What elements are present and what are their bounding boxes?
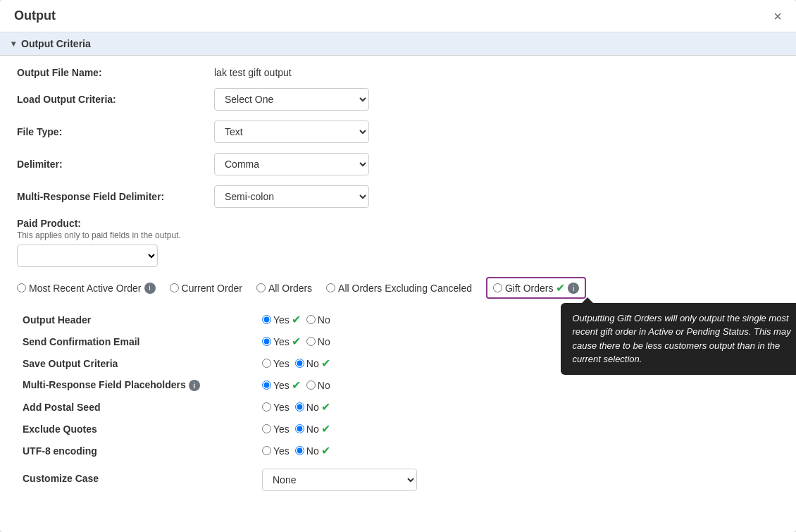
section-header[interactable]: ▾ Output Criteria	[0, 32, 796, 56]
modal-title: Output	[14, 8, 56, 23]
paid-product-label: Paid Product:	[17, 218, 779, 229]
send-confirmation-label: Send Confirmation Email	[17, 330, 256, 352]
delimiter-label: Delimiter:	[17, 159, 214, 170]
add-postal-seed-yesno: Yes No ✔	[256, 396, 779, 418]
gift-orders-check-icon: ✔	[556, 281, 565, 295]
load-output-criteria-select[interactable]: Select One	[214, 88, 369, 111]
utf8-no-label[interactable]: No ✔	[295, 444, 330, 457]
section-toggle-icon: ▾	[11, 39, 15, 49]
multi-response-select[interactable]: Semi-colon Comma Pipe	[214, 185, 369, 208]
delimiter-select[interactable]: Comma Tab Pipe	[214, 153, 369, 175]
paid-product-select-row	[17, 245, 779, 267]
eq-no-check: ✔	[321, 422, 330, 435]
customize-case-select-cell: None Upper Lower Title	[256, 462, 779, 495]
radio-most-recent: Most Recent Active Order i	[17, 283, 156, 294]
all-exc-canceled-label: All Orders Excluding Canceled	[338, 283, 472, 294]
multi-response-label: Multi-Response Field Delimiter:	[17, 191, 214, 202]
all-orders-radio[interactable]	[256, 283, 266, 292]
exclude-quotes-label: Exclude Quotes	[17, 418, 256, 440]
gift-orders-info-tooltip: i Outputting Gift Orders will only outpu…	[568, 282, 579, 295]
aps-no-check: ✔	[321, 400, 330, 414]
utf8-yes-label[interactable]: Yes	[262, 445, 290, 457]
radio-all-orders: All Orders	[256, 283, 312, 294]
file-type-label: File Type:	[17, 126, 214, 137]
eq-no-radio[interactable]	[295, 424, 304, 433]
current-order-label: Current Order	[182, 283, 242, 294]
radio-options-row: Most Recent Active Order i Current Order…	[17, 277, 779, 299]
mrp-yes-radio[interactable]	[262, 381, 271, 390]
section-title: Output Criteria	[21, 38, 91, 49]
table-row: Multi-Response Field Placeholders i Yes …	[17, 374, 779, 396]
eq-no-label[interactable]: No ✔	[295, 422, 330, 435]
multi-response-placeholders-label: Multi-Response Field Placeholders i	[17, 374, 256, 396]
radio-current-order: Current Order	[170, 283, 242, 294]
table-row: Add Postal Seed Yes No ✔	[17, 396, 779, 418]
output-header-no-label[interactable]: No	[306, 314, 330, 326]
table-row: Customize Case None Upper Lower Title	[17, 462, 779, 495]
output-modal: Output × ▾ Output Criteria Output File N…	[0, 0, 796, 532]
send-conf-no-label[interactable]: No	[306, 336, 330, 347]
paid-product-hint: This applies only to paid fields in the …	[17, 230, 779, 240]
most-recent-radio[interactable]	[17, 283, 26, 292]
most-recent-info-icon[interactable]: i	[144, 283, 156, 294]
utf8-encoding-label: UTF-8 encoding	[17, 440, 256, 462]
aps-yes-radio[interactable]	[262, 402, 271, 412]
table-row: Exclude Quotes Yes No ✔	[17, 418, 779, 440]
gift-orders-radio[interactable]	[493, 283, 502, 292]
send-conf-yes-radio[interactable]	[262, 337, 271, 346]
save-output-yes-radio[interactable]	[262, 359, 271, 368]
save-output-no-radio[interactable]	[295, 359, 304, 368]
eq-yes-radio[interactable]	[262, 424, 271, 433]
multi-response-placeholders-info-icon[interactable]: i	[189, 380, 200, 391]
utf8-no-radio[interactable]	[295, 446, 304, 455]
delimiter-row: Delimiter: Comma Tab Pipe	[17, 153, 779, 175]
paid-product-select[interactable]	[17, 245, 158, 267]
exclude-quotes-yesno: Yes No ✔	[256, 418, 779, 440]
gift-orders-info-icon[interactable]: i	[568, 283, 579, 294]
paid-product-section: Paid Product: This applies only to paid …	[17, 218, 779, 267]
output-file-name-value: lak test gift output	[214, 67, 292, 78]
eq-yes-label[interactable]: Yes	[262, 423, 290, 435]
save-output-yes-label[interactable]: Yes	[262, 358, 290, 369]
most-recent-label: Most Recent Active Order	[29, 283, 142, 294]
load-output-criteria-label: Load Output Criteria:	[17, 94, 214, 105]
load-output-criteria-row: Load Output Criteria: Select One	[17, 88, 779, 111]
radio-all-exc-canceled: All Orders Excluding Canceled	[326, 283, 472, 294]
close-button[interactable]: ×	[773, 9, 782, 23]
current-order-radio[interactable]	[170, 283, 179, 292]
send-conf-yes-check: ✔	[292, 335, 301, 348]
customize-case-label: Customize Case	[17, 462, 256, 495]
utf8-encoding-yesno: Yes No ✔	[256, 440, 779, 462]
send-conf-yes-label[interactable]: Yes ✔	[262, 335, 301, 348]
output-file-name-row: Output File Name: lak test gift output	[17, 67, 779, 78]
customize-case-select[interactable]: None Upper Lower Title	[262, 469, 417, 491]
mrp-yes-check: ✔	[292, 378, 301, 392]
mrp-no-label[interactable]: No	[306, 380, 330, 391]
file-type-row: File Type: Text CSV Excel	[17, 120, 779, 143]
multi-response-row: Multi-Response Field Delimiter: Semi-col…	[17, 185, 779, 208]
output-header-yes-label[interactable]: Yes ✔	[262, 313, 301, 326]
form-body: Output File Name: lak test gift output L…	[0, 56, 796, 507]
save-output-no-check: ✔	[321, 357, 330, 370]
utf8-no-check: ✔	[321, 444, 330, 457]
send-conf-no-radio[interactable]	[306, 337, 316, 346]
utf8-yes-radio[interactable]	[262, 446, 271, 455]
gift-orders-label: Gift Orders	[505, 283, 553, 294]
modal-header: Output ×	[0, 0, 796, 32]
output-header-label: Output Header	[17, 309, 256, 330]
save-output-no-label[interactable]: No ✔	[295, 357, 330, 370]
multi-response-placeholders-yesno: Yes ✔ No	[256, 374, 779, 396]
output-header-yes-radio[interactable]	[262, 315, 271, 324]
output-file-name-label: Output File Name:	[17, 67, 214, 78]
mrp-yes-label[interactable]: Yes ✔	[262, 378, 301, 392]
aps-yes-label[interactable]: Yes	[262, 402, 290, 413]
mrp-no-radio[interactable]	[306, 381, 316, 390]
output-header-yes-check: ✔	[292, 313, 301, 326]
all-exc-canceled-radio[interactable]	[326, 283, 335, 292]
add-postal-seed-label: Add Postal Seed	[17, 396, 256, 418]
file-type-select[interactable]: Text CSV Excel	[214, 120, 369, 143]
aps-no-label[interactable]: No ✔	[295, 400, 330, 414]
output-header-no-radio[interactable]	[306, 315, 316, 324]
save-output-label: Save Output Criteria	[17, 352, 256, 374]
aps-no-radio[interactable]	[295, 402, 304, 412]
